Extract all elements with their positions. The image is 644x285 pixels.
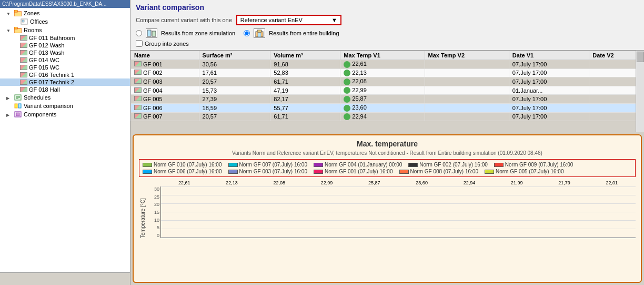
compare-row: Compare current variant with this one Re… (136, 15, 639, 25)
bar-value-label: 22,08 (256, 180, 303, 185)
legend-color (228, 170, 238, 174)
sidebar-item-rooms[interactable]: Rooms (0, 26, 130, 34)
variant-dropdown[interactable]: Reference variant EnEV ▼ (236, 15, 341, 25)
legend-color (228, 163, 238, 167)
legend-label: Norm GF 001 (07.July) 16:00 (325, 169, 393, 174)
sidebar-item-gf015[interactable]: GF 015 WC (0, 64, 130, 71)
status-ok-icon (344, 105, 350, 112)
bar-value-label: 21,99 (493, 180, 540, 185)
legend-item: Norm GF 010 (07.July) 16:00 (143, 162, 222, 168)
table-row[interactable]: GF 002 17,61 52,83 22,13 07.July 17:00 (131, 68, 644, 77)
compare-label: Compare current variant with this one (136, 17, 232, 23)
sidebar-item-components[interactable]: Components (0, 110, 130, 119)
svg-rect-1 (14, 10, 17, 12)
table-row[interactable]: GF 004 15,73 47,19 22,99 01.Januar... (131, 86, 644, 95)
group-zones-checkbox[interactable] (136, 40, 143, 47)
schedules-label: Schedules (24, 94, 51, 101)
table-row[interactable]: GF 001 30,56 91,68 22,61 07.July 17:00 (131, 60, 644, 69)
legend-label: Norm GF 010 (07.July) 16:00 (154, 162, 222, 168)
status-ok-icon (344, 96, 350, 103)
sidebar-item-gf011[interactable]: GF 011 Bathroom (0, 34, 130, 42)
svg-rect-18 (258, 33, 261, 37)
grid-line (161, 212, 636, 212)
svg-rect-15 (152, 31, 156, 36)
table-scrollbar[interactable] (636, 51, 644, 132)
row-icon (134, 87, 142, 93)
legend-item: Norm GF 007 (07.July) 16:00 (228, 162, 308, 168)
sidebar-item-offices[interactable]: Offices (0, 17, 130, 26)
zones-label: Zones (24, 10, 40, 16)
bar-value-label: 22,94 (446, 180, 493, 185)
legend-label: Norm GF 007 (07.July) 16:00 (239, 162, 308, 168)
radio-zone[interactable]: Results from zone simulation (136, 28, 235, 38)
radio-building[interactable]: Results from entire building (244, 28, 339, 38)
building-sim-svg (255, 30, 264, 37)
col-maxtempv2: Max Temp V2 (425, 51, 509, 60)
variant-label: Variant comparison (24, 103, 73, 109)
table-wrapper: Name Surface m² Volume m³ Max Temp V1 Ma… (130, 51, 644, 132)
dropdown-value: Reference variant EnEV (240, 17, 303, 23)
room-icon (20, 65, 27, 70)
sidebar-item-gf016[interactable]: GF 016 Technik 1 (0, 71, 130, 78)
sidebar-item-schedules[interactable]: Schedules (0, 93, 130, 102)
radio-zone-input[interactable] (136, 30, 142, 36)
chart-inner: 22,6122,1322,0822,9925,8723,6022,9421,99… (147, 180, 636, 238)
sidebar-item-zones[interactable]: Zones (0, 9, 130, 17)
table-scroll-area[interactable]: Name Surface m² Volume m³ Max Temp V1 Ma… (130, 51, 644, 132)
table-row[interactable]: GF 006 18,59 55,77 23,60 07.July 17:00 (131, 103, 644, 112)
legend-color (399, 170, 409, 174)
room-icon (20, 43, 27, 48)
col-datev1: Date V1 (509, 51, 589, 60)
col-maxtempv1: Max Temp V1 (340, 51, 425, 60)
building-sim-icon (254, 28, 265, 38)
bar-values-row: 22,6122,1322,0822,9925,8723,6022,9421,99… (147, 180, 636, 185)
offices-arrow (13, 18, 19, 25)
svg-rect-14 (147, 30, 151, 36)
radio-zone-label: Results from zone simulation (161, 30, 235, 36)
legend-label: Norm GF 003 (07.July) 16:00 (239, 169, 308, 174)
row-icon (134, 105, 142, 110)
room-icon (20, 80, 27, 85)
legend-color (314, 170, 323, 174)
schedules-icon (14, 94, 22, 101)
grid-line (161, 195, 636, 195)
gf013-label: GF 013 Wash (29, 50, 64, 56)
status-ok-icon (344, 78, 350, 85)
gf018-label: GF 018 Hall (29, 86, 60, 93)
sidebar-item-gf014[interactable]: GF 014 WC (0, 56, 130, 64)
sidebar-item-gf013[interactable]: GF 013 Wash (0, 49, 130, 56)
gf013-arrow (13, 50, 19, 56)
sidebar-item-gf012[interactable]: GF 012 Wash (0, 42, 130, 49)
legend-label: Norm GF 004 (01.January) 00:00 (325, 162, 402, 168)
grid-line (161, 229, 636, 229)
chart-legend: Norm GF 010 (07.July) 16:00Norm GF 007 (… (139, 159, 636, 177)
sidebar-item-gf017[interactable]: GF 017 Technik 2 (0, 78, 130, 86)
gf014-label: GF 014 WC (29, 57, 59, 63)
scroll-thumb[interactable] (637, 52, 644, 62)
y-tick: 10 (154, 218, 159, 223)
status-ok-icon (344, 113, 350, 120)
bar-value-label: 22,61 (160, 180, 208, 185)
gf017-arrow (13, 79, 19, 85)
bar-value-label: 22,01 (588, 180, 636, 185)
chart-subtitle: Variants Norm and Reference variant EnEV… (139, 150, 636, 156)
svg-rect-13 (16, 113, 19, 116)
svg-rect-17 (257, 30, 261, 32)
legend-color (485, 170, 494, 174)
table-row[interactable]: GF 007 20,57 61,71 22,94 07.July 17:00 (131, 112, 644, 121)
svg-rect-5 (14, 27, 17, 29)
legend-item: Norm GF 009 (07.July) 16:00 (494, 162, 573, 168)
legend-item: Norm GF 008 (07.July) 16:00 (399, 169, 479, 174)
grid-lines (161, 186, 636, 238)
legend-label: Norm GF 008 (07.July) 16:00 (410, 169, 479, 174)
radio-building-input[interactable] (244, 30, 250, 36)
gf011-label: GF 011 Bathroom (29, 35, 75, 41)
sidebar-item-gf018[interactable]: GF 018 Hall (0, 86, 130, 93)
gf015-arrow (13, 64, 19, 71)
table-row[interactable]: GF 003 20,57 61,71 22,08 07.July 17:00 (131, 77, 644, 86)
table-row[interactable]: GF 005 27,39 82,17 25,87 07.July 17:00 (131, 95, 644, 104)
legend-label: Norm GF 009 (07.July) 16:00 (505, 162, 573, 168)
room-icon (20, 57, 27, 63)
legend-item: Norm GF 003 (07.July) 16:00 (228, 169, 308, 174)
sidebar-item-variant[interactable]: Variant comparison (0, 102, 130, 110)
